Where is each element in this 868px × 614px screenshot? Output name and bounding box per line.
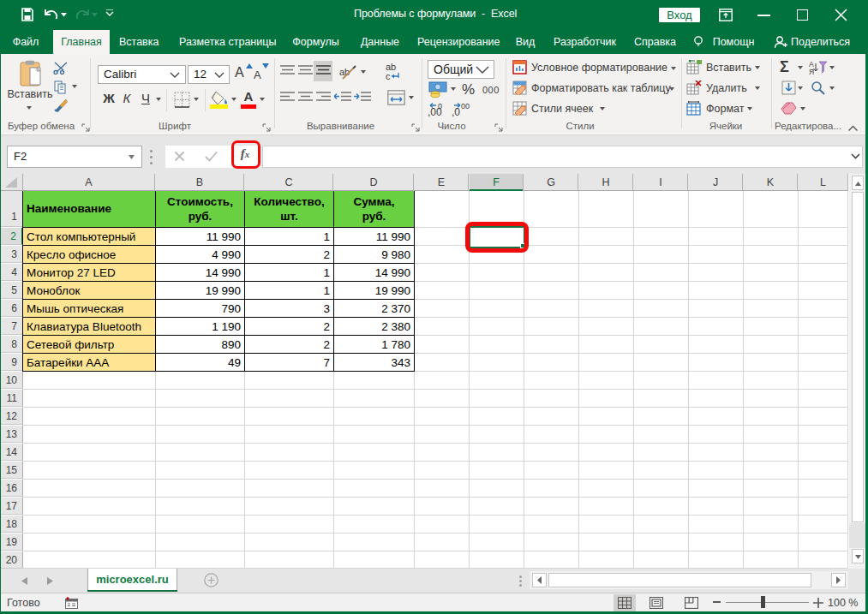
svg-text:,0: ,0 — [452, 106, 460, 117]
svg-text:0: 0 — [438, 102, 442, 110]
svg-text:ab: ab — [339, 67, 350, 77]
svg-text:c: c — [386, 71, 391, 81]
svg-text:00: 00 — [461, 102, 470, 110]
